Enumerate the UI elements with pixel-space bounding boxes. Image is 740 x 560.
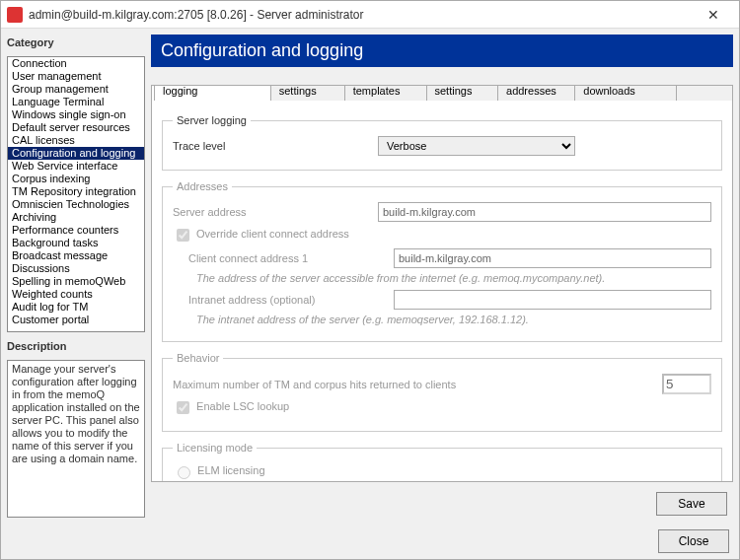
category-item[interactable]: Spelling in memoQWeb bbox=[8, 275, 144, 288]
close-button[interactable]: Close bbox=[658, 529, 729, 553]
server-logging-legend: Server logging bbox=[173, 114, 251, 126]
elm-label: ELM licensing bbox=[197, 464, 264, 476]
tab[interactable]: Web addresses bbox=[497, 85, 575, 101]
category-item[interactable]: Configuration and logging bbox=[8, 147, 144, 160]
licensing-group: Licensing mode ELM licensing CAL licensi… bbox=[162, 442, 722, 481]
page-title: Configuration and logging bbox=[151, 35, 733, 67]
window-body: Category ConnectionUser managementGroup … bbox=[1, 29, 739, 524]
category-item[interactable]: TM Repository integration bbox=[8, 185, 144, 198]
category-item[interactable]: Customer portal bbox=[8, 314, 144, 326]
category-item[interactable]: Windows single sign-on bbox=[8, 108, 144, 121]
tab[interactable]: Configuration and logging bbox=[154, 85, 271, 101]
category-item[interactable]: Group management bbox=[8, 83, 144, 96]
category-item[interactable]: Connection bbox=[8, 57, 144, 70]
behavior-legend: Behavior bbox=[173, 352, 223, 364]
save-button[interactable]: Save bbox=[656, 492, 727, 516]
elm-radio-wrap: ELM licensing bbox=[173, 463, 265, 479]
intranet-input bbox=[394, 290, 711, 310]
connect-addr1-input bbox=[394, 248, 711, 268]
left-column: Category ConnectionUser managementGroup … bbox=[7, 35, 145, 518]
category-item[interactable]: Audit log for TM bbox=[8, 301, 144, 314]
trace-level-select[interactable]: Verbose bbox=[378, 136, 575, 156]
tab-strip: Configuration and loggingE-mail settings… bbox=[152, 85, 732, 102]
lsc-checkbox-wrap: Enable LSC lookup bbox=[173, 398, 289, 417]
category-item[interactable]: Web Service interface bbox=[8, 160, 144, 173]
category-item[interactable]: Weighted counts bbox=[8, 288, 144, 301]
override-checkbox bbox=[177, 229, 189, 242]
category-item[interactable]: Discussions bbox=[8, 262, 144, 275]
description-text: Manage your server's configuration after… bbox=[7, 360, 145, 518]
server-admin-window: admin@build-m.kilgray.com:2705 [8.0.26] … bbox=[0, 0, 740, 560]
override-label: Override client connect address bbox=[196, 228, 349, 240]
category-item[interactable]: CAL licenses bbox=[8, 134, 144, 147]
window-title: admin@build-m.kilgray.com:2705 [8.0.26] … bbox=[29, 8, 694, 22]
category-item[interactable]: Background tasks bbox=[8, 237, 144, 249]
tab[interactable]: E-mail templates bbox=[344, 85, 427, 101]
close-icon[interactable]: ✕ bbox=[694, 7, 733, 23]
description-heading: Description bbox=[7, 338, 145, 354]
window-footer: Close bbox=[1, 524, 739, 559]
category-item[interactable]: Omniscien Technologies bbox=[8, 198, 144, 211]
tab-container: Configuration and loggingE-mail settings… bbox=[151, 85, 733, 482]
category-item[interactable]: Corpus indexing bbox=[8, 173, 144, 185]
lsc-label: Enable LSC lookup bbox=[196, 400, 289, 412]
category-item[interactable]: Default server resources bbox=[8, 121, 144, 134]
addresses-legend: Addresses bbox=[173, 180, 232, 192]
connect-addr1-hint: The address of the server accessible fro… bbox=[196, 272, 711, 284]
titlebar: admin@build-m.kilgray.com:2705 [8.0.26] … bbox=[1, 1, 739, 29]
right-column: Configuration and logging Configuration … bbox=[151, 35, 733, 518]
category-list[interactable]: ConnectionUser managementGroup managemen… bbox=[7, 56, 145, 332]
connect-addr1-label: Client connect address 1 bbox=[188, 252, 386, 264]
licensing-legend: Licensing mode bbox=[173, 442, 257, 454]
server-address-input bbox=[378, 202, 711, 222]
tab[interactable]: Diagnostic downloads bbox=[574, 85, 677, 101]
category-item[interactable]: User management bbox=[8, 70, 144, 83]
trace-level-label: Trace level bbox=[173, 140, 370, 152]
app-icon bbox=[7, 7, 23, 23]
lsc-checkbox bbox=[177, 401, 189, 414]
server-logging-group: Server logging Trace level Verbose bbox=[162, 114, 722, 171]
elm-radio bbox=[178, 466, 190, 479]
category-item[interactable]: Broadcast message bbox=[8, 249, 144, 262]
max-hits-input bbox=[662, 374, 711, 394]
max-hits-label: Maximum number of TM and corpus hits ret… bbox=[173, 379, 654, 390]
tab-panel: Server logging Trace level Verbose Addre… bbox=[152, 101, 732, 481]
override-checkbox-wrap: Override client connect address bbox=[173, 226, 349, 245]
intranet-label: Intranet address (optional) bbox=[188, 294, 386, 306]
category-item[interactable]: Archiving bbox=[8, 211, 144, 224]
category-heading: Category bbox=[7, 35, 145, 50]
category-item[interactable]: Performance counters bbox=[8, 224, 144, 237]
tab[interactable]: Proxy settings bbox=[426, 85, 499, 101]
tab[interactable]: Security bbox=[676, 85, 733, 101]
panel-buttons: Save bbox=[151, 486, 733, 518]
intranet-hint: The intranet address of the server (e.g.… bbox=[196, 314, 711, 325]
tab[interactable]: E-mail settings bbox=[270, 85, 345, 101]
behavior-group: Behavior Maximum number of TM and corpus… bbox=[162, 352, 722, 432]
addresses-group: Addresses Server address Override client… bbox=[162, 180, 722, 342]
category-item[interactable]: Language Terminal bbox=[8, 96, 144, 108]
server-address-label: Server address bbox=[173, 206, 370, 218]
